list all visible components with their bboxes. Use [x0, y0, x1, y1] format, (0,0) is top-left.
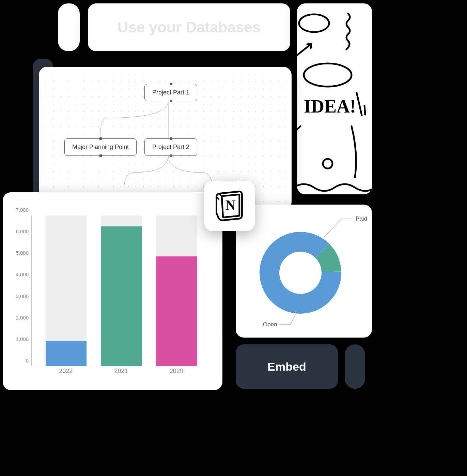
y-tick: 7,000: [16, 207, 29, 213]
node-label: Major Planning Point: [72, 144, 129, 150]
x-label: 2021: [100, 368, 141, 380]
y-axis: 01,0002,0003,0004,0005,0006,0007,000: [11, 215, 31, 366]
decorative-pill-right: [345, 344, 365, 389]
y-tick: 1,000: [16, 336, 29, 342]
diagram-node-project-part-2[interactable]: Project Part 2: [144, 138, 197, 156]
diagram-node-project-part-1[interactable]: Project Part 1: [144, 84, 197, 101]
svg-text:IDEA!: IDEA!: [304, 96, 356, 117]
svg-point-3: [323, 159, 332, 168]
donut-label-open: Open: [263, 321, 277, 328]
x-label: 2022: [45, 368, 86, 380]
bar: [156, 256, 197, 366]
header-title: Use your Databases: [118, 19, 261, 36]
sketch-doodles: IDEA!: [297, 3, 372, 194]
bar-column: [46, 215, 87, 366]
svg-point-0: [299, 14, 329, 32]
y-tick: 2,000: [16, 314, 29, 320]
donut-chart-card: Paid Open: [236, 205, 372, 338]
donut-chart: [253, 225, 348, 321]
node-label: Project Part 2: [152, 144, 189, 150]
notion-logo-card: N: [204, 181, 255, 231]
embed-label: Embed: [267, 360, 306, 373]
y-tick: 6,000: [16, 228, 29, 234]
bar-column: [101, 215, 142, 366]
node-label: Project Part 1: [152, 89, 189, 96]
bar-chart-card: 01,0002,0003,0004,0005,0006,0007,000 202…: [3, 192, 222, 390]
x-axis-labels: 202220212020: [31, 368, 211, 380]
y-tick: 3,000: [16, 293, 29, 299]
bar-chart-area: 01,0002,0003,0004,0005,0006,0007,000 202…: [11, 215, 214, 380]
svg-point-1: [304, 63, 352, 87]
bar: [46, 341, 87, 366]
idea-sketch-card: IDEA!: [297, 3, 372, 194]
donut-label-paid: Paid: [356, 215, 367, 222]
bar: [101, 226, 142, 366]
bar-column: [156, 215, 197, 366]
donut-segment: [260, 232, 341, 314]
bar-plot: [31, 215, 211, 366]
x-label: 2020: [156, 368, 197, 380]
diagram-node-major-planning[interactable]: Major Planning Point: [64, 138, 137, 156]
y-tick: 5,000: [16, 250, 29, 256]
y-tick: 4,000: [16, 271, 29, 277]
y-tick: 0: [26, 358, 29, 363]
svg-text:N: N: [225, 197, 236, 213]
decorative-pill-left: [58, 3, 80, 51]
embed-card[interactable]: Embed: [236, 344, 338, 389]
notion-icon: N: [213, 190, 246, 222]
header-card: Use your Databases: [88, 3, 290, 51]
